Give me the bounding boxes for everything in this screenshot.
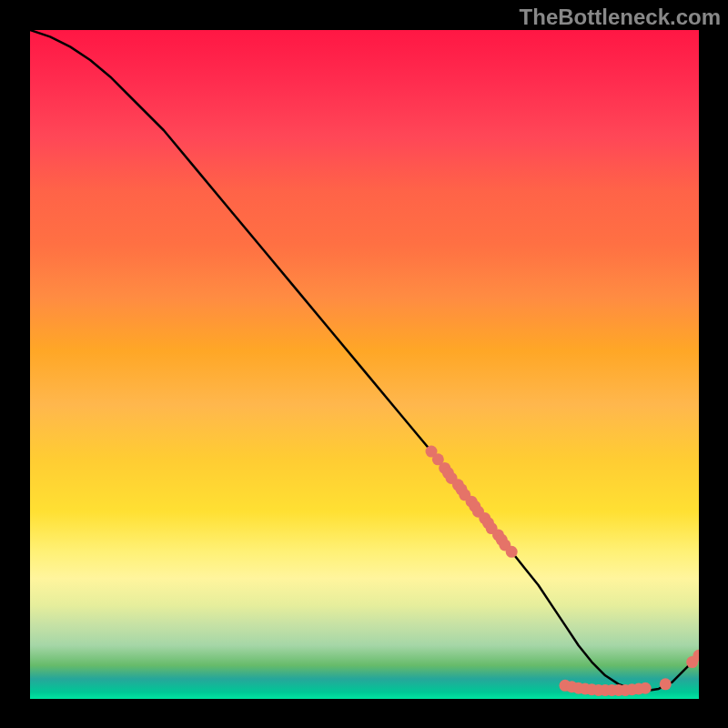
watermark-text: TheBottleneck.com — [520, 5, 721, 30]
chart-svg — [30, 30, 699, 699]
data-point — [660, 678, 672, 690]
data-point — [506, 546, 518, 558]
data-point — [640, 682, 652, 694]
curve-line — [30, 30, 699, 691]
bottleneck-curve — [30, 30, 699, 691]
plot-area — [30, 30, 699, 699]
data-markers — [426, 446, 700, 696]
